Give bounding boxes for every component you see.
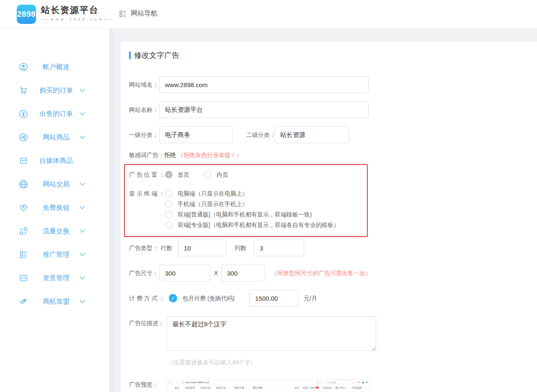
dropdown-caret-icon: ⌄ <box>323 381 325 384</box>
sidebar-item-free-link-exchange[interactable]: 免费换链 <box>0 196 109 219</box>
terminal-dual-pro-label: 双端[专业版]（电脑和手机都有显示，双端各自有专业的模板） <box>178 221 339 229</box>
brand-logo[interactable]: 2898 <box>17 5 36 24</box>
sidebar-item-account-overview[interactable]: 帐户概述 <box>0 55 109 79</box>
cols-label: 列数 <box>235 240 246 256</box>
sidebar-item-promotion-management[interactable]: 推广管理 <box>0 243 109 266</box>
share-icon <box>18 132 28 142</box>
description-note: （位置描述最多可以输入40个字） <box>168 359 256 366</box>
top-header: 2898 站长资源平台 — • w w w . 2 8 9 8 . c o m … <box>0 0 537 28</box>
display-terminal-label: 显 示 终 端 ： <box>129 190 165 197</box>
sidebar-item-label: 推广管理 <box>33 250 80 259</box>
certificate-icon <box>18 273 28 283</box>
rows-label: 行数 <box>160 240 172 256</box>
sidebar-item-website-goods[interactable]: 网站商品 <box>0 126 109 149</box>
ad-size-label: 广告尺寸： <box>129 265 158 281</box>
page-title: 修改文字广告 <box>129 50 179 60</box>
site-safety-icon: ◎ <box>181 381 183 384</box>
sidebar-item-qualification-management[interactable]: 资质管理 <box>0 266 109 290</box>
divider <box>180 381 180 384</box>
globe-icon <box>18 179 28 189</box>
mini-nav-item: 站长交易 <box>201 386 211 389</box>
ad-position-inner-radio[interactable] <box>204 171 211 178</box>
sidebar-item-label: 免费换链 <box>33 204 80 212</box>
chevron-down-icon <box>80 274 85 280</box>
sidebar-item-label: 购买的订单 <box>33 86 80 95</box>
ad-height-input[interactable] <box>221 265 265 281</box>
sidebar-item-label: 帐户概述 <box>33 63 80 72</box>
star-icon: ☆ <box>176 381 178 384</box>
terminal-mobile-radio[interactable] <box>165 200 173 208</box>
sidebar-item-media-goods[interactable]: 自媒体商品 <box>0 149 109 173</box>
home-icon: ⌂ <box>173 381 174 384</box>
billing-monthly-checkbox[interactable]: ✓ <box>169 294 177 302</box>
description-label: 广告位描述： <box>129 320 164 327</box>
mini-nav-item: 手机版本 <box>352 386 362 389</box>
ad-preview-label: 广告预览： <box>129 381 158 389</box>
sidebar-item-website-trade[interactable]: 网站交易 <box>0 173 109 196</box>
ad-position-label: 广 告 位 置 ： <box>129 171 165 178</box>
sidebar-item-sold-orders[interactable]: 出售的订单 <box>0 102 109 126</box>
category2-input[interactable] <box>274 126 349 143</box>
magnifier-icon: ⌕ <box>353 381 354 384</box>
edit-text-ad-form: 修改文字广告 网站域名： 网站名称： 一级分类： 二级分类： 敏感词广告：拒绝 … <box>121 42 537 392</box>
chevron-down-icon <box>80 227 85 233</box>
terminal-dual-pro-radio[interactable] <box>165 221 173 229</box>
brand-tagline: — • w w w . 2 8 9 8 . c o m • — <box>41 17 112 21</box>
terminal-mobile-label: 手机端（只显示在手机上） <box>178 200 248 208</box>
rows-input[interactable] <box>178 240 226 256</box>
window-icon: ▣ <box>361 381 364 384</box>
billing-option-label: 包月付费 (免插代码) <box>182 290 235 307</box>
sidebar-item-traffic-exchange[interactable]: 流量交换 <box>0 219 109 243</box>
sidebar-item-label: 资质管理 <box>33 274 80 283</box>
ad-size-note: （同类型同尺寸的广告只需出售一次） <box>271 265 371 281</box>
chevron-down-icon <box>80 251 85 256</box>
ad-position-home-label: 首页 <box>178 171 189 178</box>
bag-icon <box>18 156 28 166</box>
divider <box>356 381 356 384</box>
main-content: 修改文字广告 网站域名： 网站名称： 一级分类： 二级分类： 敏感词广告：拒绝 … <box>110 28 537 392</box>
page-title-text: 修改文字广告 <box>134 50 179 60</box>
ad-width-input[interactable] <box>159 265 210 281</box>
mini-nav-item: 网站导航 <box>253 386 263 389</box>
terminal-pc-label: 电脑端（只显示在电脑上） <box>178 190 248 197</box>
chevron-down-icon <box>80 134 85 139</box>
description-textarea[interactable]: 最长不超过8个汉字 <box>167 316 376 351</box>
cols-input[interactable] <box>254 240 304 256</box>
billing-label: 计 费 方 式 ： <box>129 290 165 307</box>
user-icon <box>18 62 28 72</box>
ad-position-inner-label: 内页 <box>217 171 228 178</box>
price-input[interactable] <box>249 290 299 307</box>
title-accent-bar <box>129 52 131 59</box>
nav-site-directory[interactable]: 网站导航 <box>119 9 157 18</box>
site-name-input[interactable] <box>159 101 369 118</box>
sidebar-item-purchased-orders[interactable]: 购买的订单 <box>0 79 109 102</box>
chevron-down-icon <box>80 87 85 92</box>
terminal-pc-radio[interactable] <box>165 190 173 197</box>
category2-label: 二级分类： <box>246 126 276 143</box>
sidebar-item-label: 流量交换 <box>33 227 80 236</box>
sidebar-item-business-join[interactable]: 商机加盟 <box>0 290 109 313</box>
size-separator: X <box>214 265 218 281</box>
close-icon: ✕ <box>358 381 360 384</box>
chevron-down-icon <box>80 204 85 209</box>
mini-url-text: http://www.2898.com/ <box>185 381 209 384</box>
mini-site-hero: 2898 站长资源平台 ? <box>167 390 370 392</box>
plugin-icon: ❖ <box>366 381 368 384</box>
category1-label: 一级分类： <box>129 126 158 143</box>
link-heart-icon <box>18 203 28 213</box>
grid-list-icon <box>119 10 127 18</box>
sidebar: 帐户概述 购买的订单 出售的订单 网站商品 自媒体商品 <box>0 28 110 392</box>
terminal-dual-normal-radio[interactable] <box>165 211 173 218</box>
ad-type-label: 广告类型： <box>129 240 158 256</box>
sidebar-item-label: 出售的订单 <box>33 110 80 119</box>
domain-input[interactable] <box>159 76 369 93</box>
mini-search-box: 点击搜索 <box>326 380 351 384</box>
terminal-dual-normal-label: 双端[普通版]（电脑和手机都有显示，双端模板一致) <box>178 211 312 218</box>
brand-title: 站长资源平台 <box>41 4 112 16</box>
ad-preview-image: ⟳ ⌂ ☆ ◎ http://www.2898.com/ ⊲ • ⌄ 点击搜索 … <box>167 379 371 392</box>
ad-position-home-radio[interactable]: ✓ <box>165 171 173 178</box>
mini-nav-item: 充值100 <box>323 386 332 389</box>
mini-nav-right: 登录站长_7909充值100帐户中心手机版本 <box>294 386 362 389</box>
mini-browser-mock: ⟳ ⌂ ☆ ◎ http://www.2898.com/ ⊲ • ⌄ 点击搜索 … <box>167 379 370 392</box>
category1-input[interactable] <box>159 126 233 143</box>
